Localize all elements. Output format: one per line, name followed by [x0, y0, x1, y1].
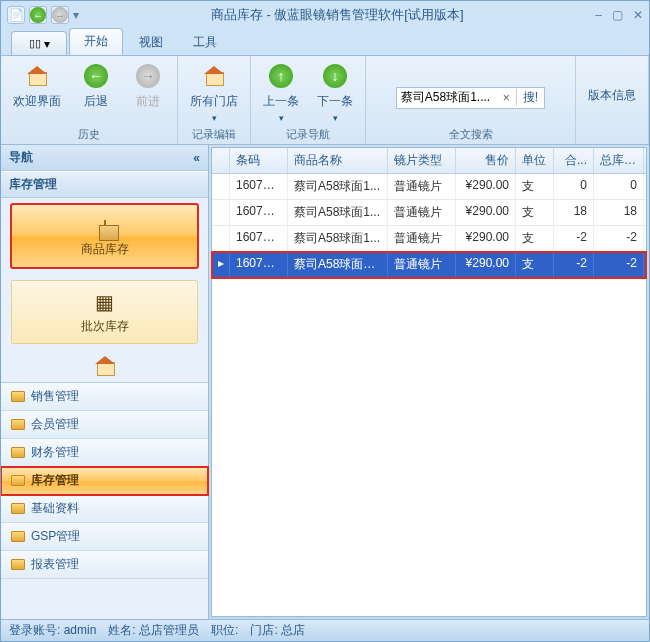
app-icon[interactable]: 📄: [7, 6, 25, 24]
titlebar: 📄 ← → ▾ 商品库存 - 傲蓝眼镜销售管理软件[试用版本] – ▢ ✕: [1, 1, 649, 29]
dropdown-icon: ▾: [279, 113, 284, 123]
group-history-label: 历史: [9, 127, 169, 142]
collapse-icon[interactable]: «: [193, 151, 200, 165]
nav-item-gsp[interactable]: GSP管理: [1, 523, 208, 551]
home-shortcut[interactable]: [1, 350, 208, 382]
tile-batch-label: 批次库存: [81, 318, 129, 335]
nav-item-inventory[interactable]: 库存管理: [1, 467, 208, 495]
folder-icon: [11, 391, 25, 402]
cell-name: 蔡司A58球面1....: [288, 252, 388, 277]
ribbon-group-edit: 所有门店▾ 记录编辑: [178, 56, 251, 144]
cell-code: 160714...: [230, 174, 288, 199]
row-indicator: [212, 200, 230, 225]
col-unit[interactable]: 单位: [516, 148, 554, 173]
allstores-label: 所有门店: [190, 93, 238, 110]
cell-price: ¥290.00: [456, 226, 516, 251]
close-button[interactable]: ✕: [633, 8, 643, 22]
minimize-button[interactable]: –: [595, 8, 602, 22]
search-input[interactable]: [397, 91, 497, 105]
maximize-button[interactable]: ▢: [612, 8, 623, 22]
group-search-label: 全文搜索: [374, 127, 567, 142]
col-code[interactable]: 条码: [230, 148, 288, 173]
table-row[interactable]: ▸ 160714... 蔡司A58球面1.... 普通镜片 ¥290.00 支 …: [212, 252, 646, 278]
cell-type: 普通镜片: [388, 226, 456, 251]
group-nav-label: 记录导航: [259, 127, 357, 142]
prev-button[interactable]: ↑上一条▾: [259, 60, 303, 125]
tab-start[interactable]: 开始: [69, 28, 123, 55]
cell-b: 0: [594, 174, 644, 199]
folder-icon: [11, 419, 25, 430]
col-selector[interactable]: [212, 148, 230, 173]
cell-name: 蔡司A58球面1...: [288, 200, 388, 225]
cell-b: 18: [594, 200, 644, 225]
status-account: 登录账号: admin: [9, 622, 96, 639]
nav-item-members[interactable]: 会员管理: [1, 411, 208, 439]
status-name: 姓名: 总店管理员: [108, 622, 199, 639]
tile-batch-stock[interactable]: ▦批次库存: [11, 280, 198, 344]
cell-b: -2: [594, 226, 644, 251]
nav-item-basedata[interactable]: 基础资料: [1, 495, 208, 523]
cell-price: ¥290.00: [456, 174, 516, 199]
table-row[interactable]: 160714... 蔡司A58球面1... 普通镜片 ¥290.00 支 0 0: [212, 174, 646, 200]
group-edit-label: 记录编辑: [186, 127, 242, 142]
cell-code: 160714...: [230, 252, 288, 277]
cell-type: 普通镜片: [388, 200, 456, 225]
nav-item-finance[interactable]: 财务管理: [1, 439, 208, 467]
search-button[interactable]: 搜!: [516, 89, 544, 106]
next-button[interactable]: ↓下一条▾: [313, 60, 357, 125]
dropdown-icon: ▾: [212, 113, 217, 123]
nav-section-header[interactable]: 库存管理: [1, 171, 208, 198]
body: 导航« 库存管理 商品库存 ▦批次库存 销售管理 会员管理 财务管理 库存管理 …: [1, 145, 649, 619]
nav-item-reports[interactable]: 报表管理: [1, 551, 208, 579]
col-b[interactable]: 总库存...: [594, 148, 644, 173]
statusbar: 登录账号: admin 姓名: 总店管理员 职位: 门店: 总店: [1, 619, 649, 641]
tile-product-stock[interactable]: 商品库存: [11, 204, 198, 268]
col-a[interactable]: 合...: [554, 148, 594, 173]
nav-item-sales[interactable]: 销售管理: [1, 383, 208, 411]
col-type[interactable]: 镜片类型: [388, 148, 456, 173]
folder-icon: [11, 447, 25, 458]
window-title: 商品库存 - 傲蓝眼镜销售管理软件[试用版本]: [79, 6, 595, 24]
version-button[interactable]: 版本信息: [584, 60, 640, 130]
tab-view[interactable]: 视图: [125, 30, 177, 55]
table-row[interactable]: 160714... 蔡司A58球面1... 普通镜片 ¥290.00 支 18 …: [212, 200, 646, 226]
cell-name: 蔡司A58球面1...: [288, 174, 388, 199]
tab-tools[interactable]: 工具: [179, 30, 231, 55]
allstores-button[interactable]: 所有门店▾: [186, 60, 242, 125]
app-menu-tab[interactable]: ▯▯▾: [11, 31, 67, 55]
folder-icon: [11, 531, 25, 542]
ribbon-group-history: 欢迎界面 ←后退 →前进 历史: [1, 56, 178, 144]
col-price[interactable]: 售价: [456, 148, 516, 173]
cell-price: ¥290.00: [456, 200, 516, 225]
row-indicator: ▸: [212, 252, 230, 277]
folder-icon: [11, 559, 25, 570]
status-store: 门店: 总店: [250, 622, 305, 639]
ribbon-group-search: × 搜! 全文搜索: [366, 56, 576, 144]
cell-unit: 支: [516, 226, 554, 251]
welcome-button[interactable]: 欢迎界面: [9, 60, 65, 112]
table-row[interactable]: 160714... 蔡司A58球面1... 普通镜片 ¥290.00 支 -2 …: [212, 226, 646, 252]
forward-button[interactable]: →前进: [127, 60, 169, 112]
nav-title: 导航: [9, 149, 33, 166]
cell-type: 普通镜片: [388, 174, 456, 199]
nav-accordion: 销售管理 会员管理 财务管理 库存管理 基础资料 GSP管理 报表管理: [1, 382, 208, 579]
forward-label: 前进: [136, 93, 160, 110]
group-version-label: [584, 130, 640, 142]
row-indicator: [212, 174, 230, 199]
qat-forward-icon[interactable]: →: [51, 6, 69, 24]
next-label: 下一条: [317, 93, 353, 110]
folder-icon: [11, 475, 25, 486]
quick-access-toolbar: 📄 ← → ▾: [7, 6, 79, 24]
qat-back-icon[interactable]: ←: [29, 6, 47, 24]
data-grid: 条码 商品名称 镜片类型 售价 单位 合... 总库存... 160714...…: [211, 147, 647, 617]
back-button[interactable]: ←后退: [75, 60, 117, 112]
cell-price: ¥290.00: [456, 252, 516, 277]
status-role: 职位:: [211, 622, 238, 639]
cell-code: 160714...: [230, 226, 288, 251]
ribbon-tabs: ▯▯▾ 开始 视图 工具: [1, 29, 649, 55]
sidebar: 导航« 库存管理 商品库存 ▦批次库存 销售管理 会员管理 财务管理 库存管理 …: [1, 145, 209, 619]
cell-a: -2: [554, 226, 594, 251]
clear-search-icon[interactable]: ×: [497, 91, 516, 105]
col-name[interactable]: 商品名称: [288, 148, 388, 173]
ribbon-group-nav: ↑上一条▾ ↓下一条▾ 记录导航: [251, 56, 366, 144]
